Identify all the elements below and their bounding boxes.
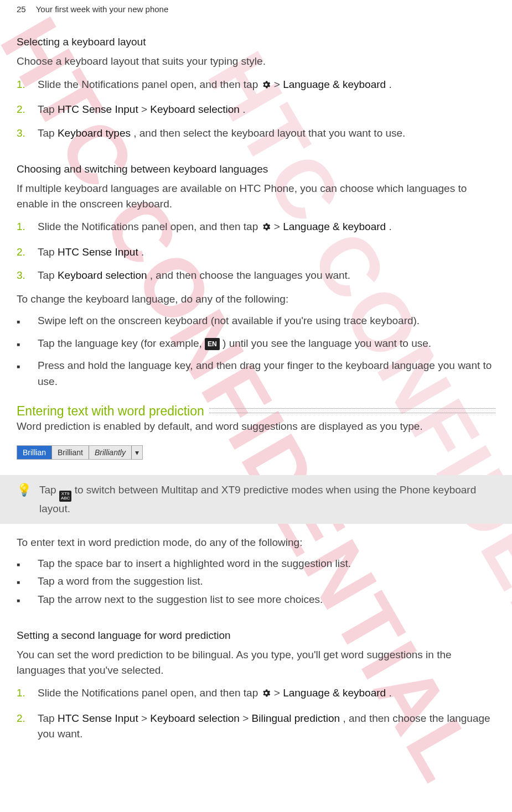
page-header: 25 Your first week with your new phone xyxy=(17,0,495,14)
heading-selecting-keyboard-layout: Selecting a keyboard layout xyxy=(17,36,495,48)
step-text: Slide the Notifications panel open, and … xyxy=(38,219,392,237)
list-item: 2. Tap HTC Sense Input > Keyboard select… xyxy=(17,711,495,742)
suggestion-more-icon: ▾ xyxy=(132,446,142,459)
step-text: Tap HTC Sense Input > Keyboard selection… xyxy=(38,102,246,118)
xt9-mode-icon: XT9 ABC xyxy=(59,491,71,502)
heading-choosing-languages: Choosing and switching between keyboard … xyxy=(17,163,495,175)
step-text: Tap HTC Sense Input . xyxy=(38,244,144,261)
section-divider: Entering text with word prediction xyxy=(17,408,495,413)
suggestion-selected: Brillian xyxy=(17,446,52,459)
list-item-text: Tap the language key (for example, EN ) … xyxy=(38,336,431,352)
list-item: 2. Tap HTC Sense Input . xyxy=(17,244,495,261)
heading-word-prediction: Entering text with word prediction xyxy=(17,404,209,419)
suggestion: Brilliant xyxy=(52,446,89,459)
step-number: 1. xyxy=(17,219,29,235)
step-number: 3. xyxy=(17,126,29,142)
step-text: Tap Keyboard selection , and then choose… xyxy=(38,268,350,284)
bullet-list: Tap the space bar to insert a highlighte… xyxy=(17,556,495,608)
list-item: 2. Tap HTC Sense Input > Keyboard select… xyxy=(17,102,495,118)
paragraph: To change the keyboard language, do any … xyxy=(17,292,495,307)
list-item: 1. Slide the Notifications panel open, a… xyxy=(17,685,495,703)
ordered-list: 1. Slide the Notifications panel open, a… xyxy=(17,77,495,142)
list-item: Press and hold the language key, and the… xyxy=(17,358,495,389)
ordered-list: 1. Slide the Notifications panel open, a… xyxy=(17,685,495,742)
paragraph: Word prediction is enabled by default, a… xyxy=(17,419,495,434)
language-key-icon: EN xyxy=(205,338,220,350)
step-text: Slide the Notifications panel open, and … xyxy=(38,77,392,95)
word-suggestion-bar: Brillian Brilliant Brilliantly ▾ xyxy=(17,445,143,460)
list-item: Tap the space bar to insert a highlighte… xyxy=(17,556,495,572)
suggestion: Brilliantly xyxy=(89,446,132,459)
list-item: 1. Slide the Notifications panel open, a… xyxy=(17,219,495,237)
tip-callout: 💡 Tap XT9 ABC to switch between Multitap… xyxy=(0,475,512,524)
settings-gear-icon xyxy=(261,79,271,95)
step-text: Slide the Notifications panel open, and … xyxy=(38,685,392,703)
settings-gear-icon xyxy=(261,221,271,237)
step-number: 2. xyxy=(17,244,29,261)
paragraph: If multiple keyboard languages are avail… xyxy=(17,181,495,211)
paragraph: You can set the word prediction to be bi… xyxy=(17,647,495,678)
paragraph: To enter text in word prediction mode, d… xyxy=(17,535,495,550)
settings-gear-icon xyxy=(261,687,271,703)
step-text: Tap Keyboard types , and then select the… xyxy=(38,126,405,142)
lightbulb-icon: 💡 xyxy=(17,484,32,517)
heading-second-language: Setting a second language for word predi… xyxy=(17,629,495,642)
step-number: 1. xyxy=(17,77,29,93)
paragraph: Choose a keyboard layout that suits your… xyxy=(17,54,495,69)
step-text: Tap HTC Sense Input > Keyboard selection… xyxy=(38,711,495,742)
ordered-list: 1. Slide the Notifications panel open, a… xyxy=(17,219,495,284)
step-number: 1. xyxy=(17,685,29,701)
page-number: 25 xyxy=(17,4,26,14)
step-number: 3. xyxy=(17,268,29,284)
step-number: 2. xyxy=(17,711,29,727)
list-item: Tap the arrow next to the suggestion lis… xyxy=(17,592,495,608)
list-item: 3. Tap Keyboard types , and then select … xyxy=(17,126,495,142)
list-item: 3. Tap Keyboard selection , and then cho… xyxy=(17,268,495,284)
list-item: 1. Slide the Notifications panel open, a… xyxy=(17,77,495,95)
bullet-list: Swipe left on the onscreen keyboard (not… xyxy=(17,313,495,389)
list-item: Swipe left on the onscreen keyboard (not… xyxy=(17,313,495,329)
section-title: Your first week with your new phone xyxy=(36,4,169,14)
list-item: Tap the language key (for example, EN ) … xyxy=(17,336,495,352)
list-item: Tap a word from the suggestion list. xyxy=(17,574,495,590)
tip-text: Tap XT9 ABC to switch between Multitap a… xyxy=(39,483,505,517)
step-number: 2. xyxy=(17,102,29,118)
